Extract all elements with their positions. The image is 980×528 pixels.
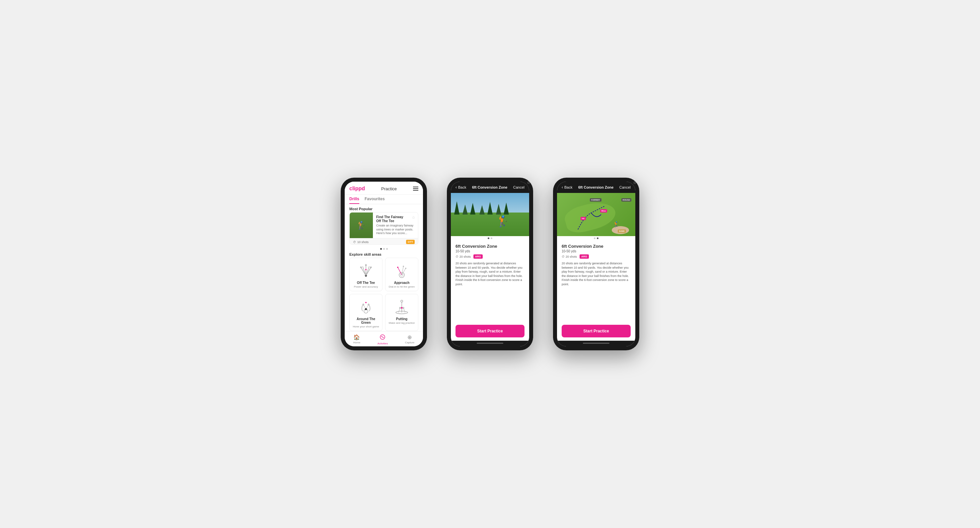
- back-button[interactable]: ‹ Back: [455, 185, 466, 190]
- map-miss-label: Miss: [600, 209, 607, 212]
- map-golfer: 🏌️: [613, 221, 620, 228]
- home-indicator-3: [583, 343, 609, 344]
- nav-capture[interactable]: ⊕ Capture: [405, 334, 414, 345]
- drill-card-footer: ⏱ 10 shots OTT: [350, 238, 418, 245]
- tabs-row: Drills Favourites: [345, 195, 423, 204]
- drill-detail-meta: ⏱ 20 shots ARG: [455, 254, 525, 259]
- shots-count: 20 shots: [460, 255, 471, 258]
- atg-name: Around The Green: [352, 317, 380, 324]
- drill-detail-header-3: 6ft Conversion Zone 10-50 yds ☆: [562, 244, 631, 253]
- phone1-screen: clippd Practice Drills Favourites Most P…: [345, 182, 423, 346]
- back-chevron-icon-3: ‹: [562, 185, 563, 190]
- drill-description-3: 20 shots are randomly generated at dista…: [562, 262, 631, 322]
- hamburger-menu-icon[interactable]: [413, 187, 418, 191]
- skill-card-ott[interactable]: Off The Tee Power and accuracy: [349, 258, 382, 291]
- drill-detail-content-3: 6ft Conversion Zone 10-50 yds ☆ ⏱ 20 sho…: [557, 241, 635, 341]
- drill-description: Create an imaginary fairway using trees …: [376, 224, 415, 235]
- activities-icon: [380, 334, 385, 341]
- drill-detail-title-3: 6ft Conversion Zone: [562, 244, 603, 249]
- clippd-logo: clippd: [349, 186, 365, 191]
- drill-detail-meta-3: ⏱ 20 shots ARG: [562, 254, 631, 259]
- shots-info: ⏱ 10 shots: [353, 241, 369, 244]
- back-label: Back: [458, 185, 466, 189]
- img-dot-2: [491, 238, 492, 239]
- skill-card-putting[interactable]: Putting Make and lag practice: [385, 294, 418, 331]
- atg-icon: [356, 298, 376, 315]
- start-practice-button[interactable]: Start Practice: [455, 325, 525, 337]
- cancel-button[interactable]: Cancel: [513, 185, 525, 189]
- phone3-header: ‹ Back 6ft Conversion Zone Cancel: [557, 182, 635, 193]
- phone1: clippd Practice Drills Favourites Most P…: [341, 178, 427, 350]
- back-button-3[interactable]: ‹ Back: [562, 185, 572, 190]
- drill-detail-title: 6ft Conversion Zone: [455, 244, 497, 249]
- image-pagination-3: [557, 236, 635, 241]
- atg-icon-area: [354, 298, 377, 316]
- svg-point-24: [365, 302, 367, 303]
- ott-icon-area: [354, 262, 377, 279]
- svg-point-9: [365, 269, 367, 270]
- tab-drills[interactable]: Drills: [349, 196, 359, 204]
- shots-clock-icon-3: ⏱: [562, 255, 565, 258]
- phone2-header: ‹ Back 6ft Conversion Zone Cancel: [451, 182, 529, 193]
- featured-drill-card[interactable]: 🏌️ Find The Fairway Off The Tee Create a…: [349, 212, 418, 245]
- shots-count: 10 shots: [357, 241, 369, 244]
- drill-tag-arg-3: ARG: [579, 254, 589, 259]
- nav-home-label: Home: [353, 341, 360, 344]
- map-sand-label: SAND: [618, 230, 626, 233]
- drill-detail-info: 6ft Conversion Zone 10-50 yds: [455, 244, 497, 253]
- svg-line-12: [398, 267, 402, 275]
- img-dot-1: [488, 238, 489, 239]
- map-hit-label: Hit: [581, 217, 586, 220]
- drill-tag-ott: OTT: [406, 240, 415, 244]
- putting-icon-area: [390, 298, 414, 316]
- approach-icon-area: [390, 262, 414, 279]
- nav-activities-label: Activities: [377, 342, 388, 345]
- cancel-button-3[interactable]: Cancel: [619, 185, 631, 189]
- golf-scene: 🏌️: [451, 193, 529, 236]
- most-popular-label: Most Popular: [345, 204, 423, 212]
- start-practice-button-3[interactable]: Start Practice: [562, 325, 631, 337]
- skill-card-atg[interactable]: Around The Green Hone your short game: [349, 294, 382, 331]
- image-pagination: [451, 236, 529, 241]
- drill-map: Hit Miss FAIRWAY ROUGH SAND 🏌️: [557, 193, 635, 236]
- home-indicator: [477, 343, 503, 344]
- drill-detail-info-3: 6ft Conversion Zone 10-50 yds: [562, 244, 603, 253]
- phone3-bottom: [557, 341, 635, 346]
- home-icon: 🏠: [353, 334, 360, 340]
- phones-container: clippd Practice Drills Favourites Most P…: [341, 178, 639, 350]
- skill-card-approach[interactable]: Approach Dial-in to hit the green: [385, 258, 418, 291]
- drill-description: 20 shots are randomly generated at dista…: [455, 262, 525, 322]
- header-title: Practice: [381, 186, 397, 191]
- nav-home[interactable]: 🏠 Home: [353, 334, 360, 345]
- trees-bg: [451, 199, 529, 215]
- drill-detail-header: 6ft Conversion Zone 10-50 yds ☆: [455, 244, 525, 253]
- svg-point-32: [401, 307, 403, 308]
- nav-activities[interactable]: Activities: [377, 334, 388, 345]
- map-rough-label: ROUGH: [621, 198, 631, 202]
- drill-detail-range-3: 10-50 yds: [562, 249, 603, 253]
- back-chevron-icon: ‹: [455, 185, 457, 190]
- clock-icon: ⏱: [353, 241, 356, 244]
- img-dot-3-1: [594, 238, 595, 239]
- dot-3: [386, 248, 388, 250]
- drill-tag-arg: ARG: [473, 254, 483, 259]
- pagination-dots: [345, 247, 423, 251]
- explore-label: Explore skill areas: [345, 251, 423, 258]
- phone2-bottom: [451, 341, 529, 346]
- drill-title: Find The Fairway: [376, 215, 415, 219]
- fairway-bg: [451, 212, 529, 236]
- putting-desc: Make and lag practice: [389, 321, 415, 324]
- shots-count-3: 20 shots: [566, 255, 577, 258]
- dot-1: [380, 248, 382, 250]
- drill-card-image: 🏌️: [350, 212, 373, 238]
- phone3-nav-title: 6ft Conversion Zone: [578, 185, 613, 189]
- putting-name: Putting: [396, 317, 407, 321]
- bottom-nav: 🏠 Home Activities ⊕ Capture: [345, 331, 423, 346]
- drill-photo: 🏌️: [451, 193, 529, 236]
- svg-point-15: [397, 266, 398, 268]
- ott-name: Off The Tee: [357, 281, 375, 285]
- dot-2: [383, 248, 385, 250]
- favourite-star-icon[interactable]: ☆: [412, 215, 415, 220]
- approach-icon: [392, 262, 412, 279]
- tab-favourites[interactable]: Favourites: [364, 196, 385, 204]
